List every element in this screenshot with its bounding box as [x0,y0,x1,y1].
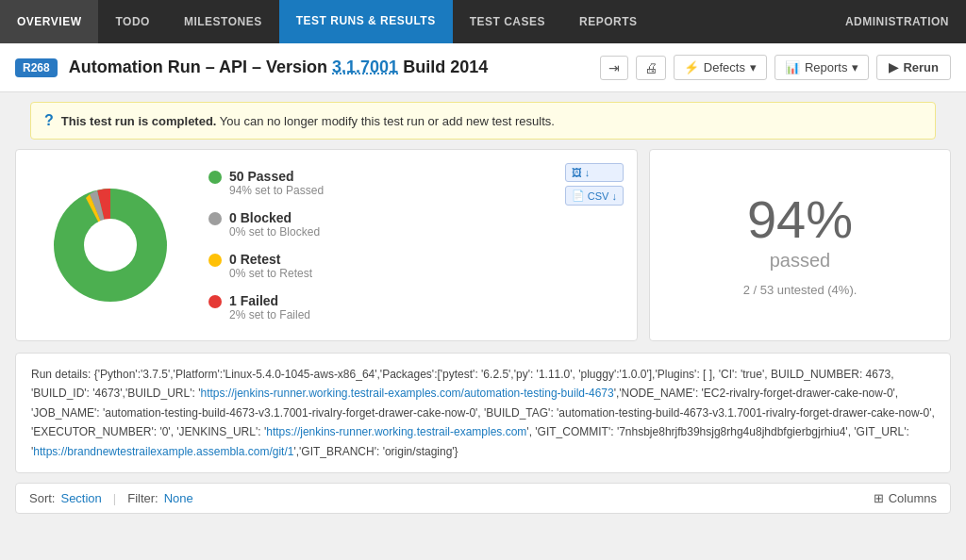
defects-label: Defects [704,60,745,74]
nav-test-cases[interactable]: TEST CASES [453,0,562,43]
header-actions: ⇥ 🖨 ⚡ Defects ▾ 📊 Reports ▾ ▶ Rerun [600,55,951,80]
pie-svg [35,170,186,321]
export-image-button[interactable]: 🖼 ↓ [565,163,624,182]
run-title: Automation Run – API – Version 3.1.7001 … [69,58,589,77]
percentage-display: 94% [747,193,853,246]
defects-chevron-icon: ▾ [750,60,757,74]
blocked-legend-text: 0 Blocked 0% set to Blocked [229,210,320,239]
info-bold: This test run is completed. [61,114,217,128]
columns-label: Columns [889,491,937,505]
passed-legend-text: 50 Passed 94% set to Passed [229,169,324,197]
sort-filter-bar: Sort: Section | Filter: None ⊞ Columns [15,483,951,514]
reports-dropdown[interactable]: 📊 Reports ▾ [774,55,870,80]
main-content: ? This test run is completed. You can no… [0,102,966,523]
nav-test-runs[interactable]: TEST RUNS & RESULTS [279,0,453,43]
filter-value[interactable]: None [164,491,193,505]
nav-administration[interactable]: ADMINISTRATION [828,0,966,43]
run-details: Run details: {'Python':'3.7.5','Platform… [15,353,951,473]
navigation: OVERVIEW TODO MILESTONES TEST RUNS & RES… [0,0,966,43]
info-text: You can no longer modify this test run o… [216,114,554,128]
run-badge: R268 [15,58,58,77]
pie-chart [35,170,186,321]
legend-retest: 0 Retest 0% set to Retest [208,252,324,280]
image-icon: 🖼 [572,167,582,178]
info-icon: ? [44,112,54,129]
rerun-play-icon: ▶ [889,60,898,74]
retest-legend-text: 0 Retest 0% set to Retest [229,252,312,280]
legend: 50 Passed 94% set to Passed 0 Blocked 0%… [208,169,324,321]
rerun-label: Rerun [903,60,939,74]
blocked-dot [208,212,222,225]
retest-sub: 0% set to Retest [229,267,312,280]
info-message: This test run is completed. You can no l… [61,114,555,128]
title-suffix: Build 2014 [398,58,488,76]
nav-overview[interactable]: OVERVIEW [0,0,98,43]
sort-label: Sort: [29,491,55,505]
legend-failed: 1 Failed 2% set to Failed [208,293,324,321]
failed-legend-text: 1 Failed 2% set to Failed [229,293,310,321]
info-bar: ? This test run is completed. You can no… [30,102,936,140]
stats-left-panel: 🖼 ↓ 📄 CSV ↓ [15,149,638,341]
failed-dot [208,295,222,308]
passed-dot [208,171,222,184]
export-buttons: 🖼 ↓ 📄 CSV ↓ [565,163,624,206]
filter-label: Filter: [127,491,158,505]
export-csv-button[interactable]: 📄 CSV ↓ [565,186,624,206]
retest-dot [208,254,222,267]
passed-count: 50 Passed [229,169,294,184]
title-prefix: Automation Run – API – Version [69,58,332,76]
columns-button[interactable]: ⊞ Columns [874,491,937,505]
untested-text: 2 / 53 untested (4%). [743,283,858,297]
blocked-count: 0 Blocked [229,210,291,225]
blocked-sub: 0% set to Blocked [229,225,320,239]
stats-row: 🖼 ↓ 📄 CSV ↓ [15,149,951,341]
failed-count: 1 Failed [229,293,278,308]
sort-value[interactable]: Section [60,491,101,505]
passed-sub: 94% set to Passed [229,184,324,197]
build-url-link[interactable]: https://jenkins-runner.working.testrail-… [200,387,613,400]
stats-right-panel: 94% passed 2 / 53 untested (4%). [649,149,951,341]
nav-milestones[interactable]: MILESTONES [167,0,279,43]
export-icon-btn[interactable]: ⇥ [600,56,628,80]
defects-icon: ⚡ [684,60,699,74]
export-image-label: ↓ [585,167,591,178]
nav-reports[interactable]: REPORTS [562,0,655,43]
jenkins-url-link[interactable]: https://jenkins-runner.working.testrail-… [266,425,526,438]
failed-sub: 2% set to Failed [229,308,310,321]
columns-icon: ⊞ [874,491,884,505]
retest-count: 0 Retest [229,252,280,267]
nav-todo[interactable]: TODO [98,0,166,43]
header-bar: R268 Automation Run – API – Version 3.1.… [0,43,966,92]
rerun-button[interactable]: ▶ Rerun [876,55,951,80]
reports-label: Reports [805,60,848,74]
print-icon-btn[interactable]: 🖨 [636,56,666,80]
legend-passed: 50 Passed 94% set to Passed [208,169,324,197]
csv-icon: 📄 [572,189,585,202]
legend-blocked: 0 Blocked 0% set to Blocked [208,210,324,239]
passed-label: passed [770,250,831,272]
title-version: 3.1.7001 [332,58,398,76]
sort-divider: | [113,491,116,505]
git-url-link[interactable]: https://brandnewtestrailexample.assembla… [33,445,293,458]
export-csv-label: CSV ↓ [588,190,617,202]
run-details-end: ','GIT_BRANCH': 'origin/staging'} [293,445,458,458]
reports-chevron-icon: ▾ [852,60,858,74]
defects-dropdown[interactable]: ⚡ Defects ▾ [674,55,767,80]
pie-center [84,219,137,272]
reports-bar-icon: 📊 [785,60,800,74]
